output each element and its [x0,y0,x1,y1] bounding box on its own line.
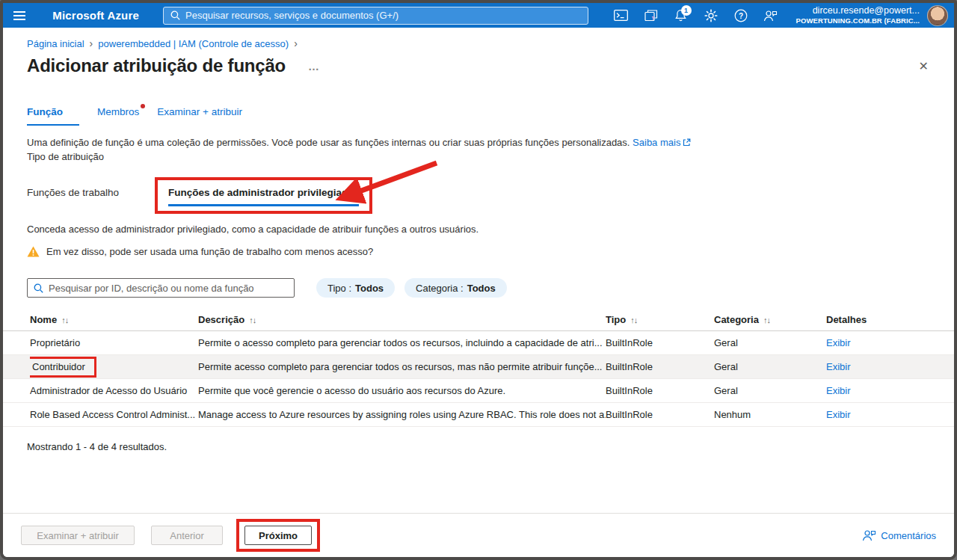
assignment-type-label: Tipo de atribuição [3,151,954,162]
red-annotation-box-next: Próximo [236,519,320,552]
sort-icon: ↑↓ [249,316,256,324]
table-row[interactable]: Role Based Access Control Administ... Ma… [3,403,954,427]
review-assign-button[interactable]: Examinar + atribuir [21,526,135,545]
role-name: Role Based Access Control Administ... [30,409,198,420]
search-icon [34,283,43,293]
exibir-link[interactable]: Exibir [826,385,851,396]
tab-membros-label: Membros [97,106,139,117]
next-button[interactable]: Próximo [244,526,312,545]
breadcrumb-home-link[interactable]: Página inicial [27,38,84,49]
table-header-row: Nome↑↓ Descrição↑↓ Tipo↑↓ Categoria↑↓ De… [3,309,954,331]
hamburger-icon [13,11,25,20]
column-header-descricao[interactable]: Descrição↑↓ [198,314,606,325]
filter-row: Tipo : Todos Categoria : Todos [3,278,954,298]
wizard-tabs: Função Membros Examinar + atribuir [3,106,954,126]
directory-filter-button[interactable] [636,3,666,28]
brand-title[interactable]: Microsoft Azure [52,9,139,22]
pill-value: Todos [355,283,384,294]
results-summary: Mostrando 1 - 4 de 4 resultados. [3,441,954,452]
changes-dot-icon [141,104,145,108]
exibir-link[interactable]: Exibir [826,337,851,348]
top-bar: Microsoft Azure [3,3,954,28]
sort-icon: ↑↓ [630,316,637,324]
external-link-icon [683,138,691,147]
role-type: BuiltInRole [606,361,714,372]
azure-portal-window: Microsoft Azure [0,0,957,560]
breadcrumb-separator: › [294,37,298,49]
help-icon: ? [734,9,748,22]
filter-pill-tipo[interactable]: Tipo : Todos [316,278,395,298]
exibir-link[interactable]: Exibir [826,361,851,372]
directory-filter-icon [644,10,658,22]
close-icon[interactable]: ✕ [914,58,933,75]
role-description: Permite acesso completo para gerenciar t… [198,361,606,372]
role-type: BuiltInRole [606,385,714,396]
role-category: Geral [714,337,826,348]
notifications-button[interactable]: 1 [666,3,696,28]
role-name: Contribuidor [32,361,85,372]
feedback-label: Comentários [881,530,936,541]
saiba-mais-link[interactable]: Saiba mais [633,137,680,148]
pill-label: Tipo : [327,283,351,294]
table-row[interactable]: Proprietário Permite o acesso completo p… [3,331,954,355]
previous-button[interactable]: Anterior [151,526,223,545]
pill-value: Todos [467,283,496,294]
red-annotation-box-pivot: Funções de administrador privilegiadas [155,177,372,214]
role-category: Geral [714,385,826,396]
role-description: Manage access to Azure resources by assi… [198,409,606,420]
assignment-type-pivot: Funções de trabalho Funções de administr… [3,177,954,214]
account-menu[interactable]: dirceu.resende@powert... POWERTUNING.COM… [796,5,920,26]
top-bar-icons: 1 ? [606,3,786,28]
more-menu-icon[interactable]: … [308,60,321,73]
red-annotation-box-contribuidor: Contribuidor [30,357,96,378]
column-header-tipo[interactable]: Tipo↑↓ [606,314,714,325]
user-avatar[interactable] [927,5,948,26]
person-feedback-icon [763,10,778,22]
cloud-shell-button[interactable] [606,3,636,28]
pivot-tab-job-functions[interactable]: Funções de trabalho [27,187,119,214]
cloud-shell-icon [614,10,628,21]
global-search-input[interactable] [185,10,580,21]
sort-icon: ↑↓ [61,316,68,324]
notification-badge: 1 [681,5,692,16]
role-name: Proprietário [30,337,198,348]
table-row[interactable]: Administrador de Acesso do Usuário Permi… [3,379,954,403]
warning-text: Em vez disso, pode ser usada uma função … [46,246,373,257]
column-header-nome[interactable]: Nome↑↓ [30,314,198,325]
intro-text: Uma definição de função é uma coleção de… [27,137,630,148]
breadcrumb: Página inicial›powerembedded | IAM (Cont… [3,28,954,49]
filter-pill-categoria[interactable]: Categoria : Todos [404,278,507,298]
gear-icon [704,9,718,22]
feedback-link[interactable]: Comentários [862,529,936,541]
table-row[interactable]: Contribuidor Permite acesso completo par… [3,355,954,379]
column-header-detalhes: Detalhes [826,314,954,325]
tab-membros[interactable]: Membros [97,106,139,126]
user-email: dirceu.resende@powert... [796,5,920,17]
active-tab-underline [168,204,359,206]
filter-pills: Tipo : Todos Categoria : Todos [316,278,507,298]
column-header-categoria[interactable]: Categoria↑↓ [714,314,826,325]
tab-examinar-atribuir[interactable]: Examinar + atribuir [157,106,242,126]
user-directory: POWERTUNING.COM.BR (FABRIC... [796,16,920,25]
sort-icon: ↑↓ [763,316,770,324]
tab-funcao[interactable]: Função [27,106,79,126]
role-description: Permite o acesso completo para gerenciar… [198,337,606,348]
pivot-tab-privileged-admin[interactable]: Funções de administrador privilegiadas [168,187,359,198]
pill-label: Categoria : [416,283,464,294]
page-title: Adicionar atribuição de função [27,55,286,76]
hamburger-menu-button[interactable] [3,3,36,28]
privileged-admin-description: Conceda acesso de administrador privileg… [3,224,954,235]
feedback-button[interactable] [756,3,786,28]
role-name: Administrador de Acesso do Usuário [30,385,198,396]
breadcrumb-resource-link[interactable]: powerembedded | IAM (Controle de acesso) [98,38,289,49]
role-category: Nenhum [714,409,826,420]
role-search-input[interactable] [49,283,288,294]
global-search-box[interactable] [163,7,588,25]
role-type: BuiltInRole [606,409,714,420]
help-button[interactable]: ? [726,3,756,28]
warning-row: Em vez disso, pode ser usada uma função … [3,246,954,257]
role-description: Permite que você gerencie o acesso do us… [198,385,606,396]
settings-button[interactable] [696,3,726,28]
exibir-link[interactable]: Exibir [826,409,851,420]
role-search-box[interactable] [27,278,295,298]
